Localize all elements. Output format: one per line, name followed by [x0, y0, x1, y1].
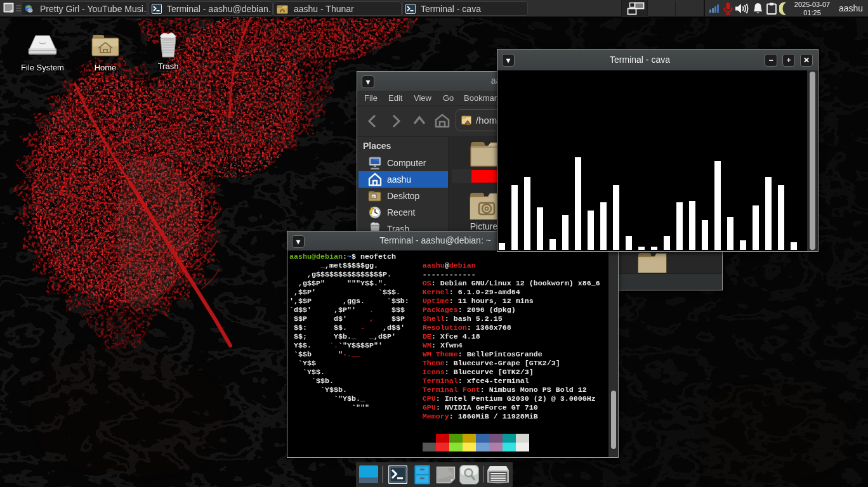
svg-text:o: o: [372, 195, 374, 198]
